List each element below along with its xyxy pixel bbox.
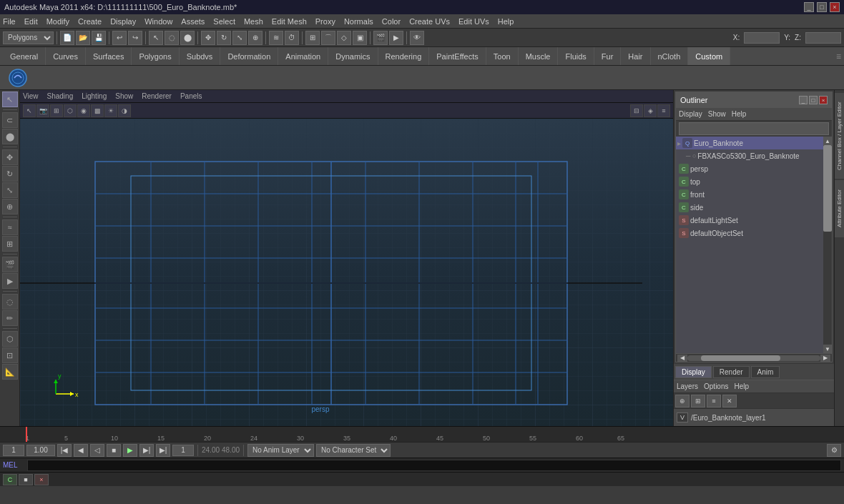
layer-menu-help[interactable]: Help: [734, 382, 749, 390]
script-btn-c[interactable]: C: [3, 474, 17, 485]
paint-select-tool-icon[interactable]: ⬤: [2, 129, 18, 144]
ipr-icon[interactable]: ▶: [389, 31, 403, 45]
mel-input[interactable]: [27, 460, 841, 471]
vt-grid-icon[interactable]: ⊞: [50, 104, 63, 117]
vt-shadow-icon[interactable]: ◑: [118, 104, 131, 117]
outliner-vscrollbar[interactable]: ▲ ▼: [823, 137, 832, 353]
shelf-tab-painteffects[interactable]: PaintEffects: [429, 47, 486, 65]
layer-delete-btn[interactable]: ✕: [722, 395, 737, 407]
menu-assets[interactable]: Assets: [181, 17, 205, 26]
input-z[interactable]: [805, 32, 841, 44]
layer-menu-options[interactable]: Options: [704, 382, 728, 390]
vt-select-icon[interactable]: ↖: [23, 104, 36, 117]
outliner-item-eurobanknote[interactable]: ▸ Q Euro_Banknote: [676, 137, 832, 149]
select-tool-icon[interactable]: ↖: [2, 92, 18, 107]
timeline-ruler[interactable]: 1 5 10 15 20 24 30 35 40 45 50 55 60 65: [20, 427, 673, 442]
menu-edit-mesh[interactable]: Edit Mesh: [272, 17, 307, 26]
outliner-maximize-btn[interactable]: □: [809, 96, 818, 104]
move-icon[interactable]: ✥: [201, 31, 215, 45]
shelf-tab-dynamics[interactable]: Dynamics: [328, 47, 378, 65]
rotate-tool-icon[interactable]: ↻: [2, 166, 18, 182]
script-btn-square[interactable]: ■: [19, 474, 33, 485]
undo-icon[interactable]: ↩: [112, 31, 127, 45]
attr-tab-anim[interactable]: Anim: [751, 366, 780, 378]
redo-icon[interactable]: ↪: [128, 31, 142, 45]
shelf-tab-toon[interactable]: Toon: [486, 47, 519, 65]
shelf-tab-subdvs[interactable]: Subdvs: [180, 47, 221, 65]
shelf-tab-deformation[interactable]: Deformation: [220, 47, 278, 65]
snap-grid-icon[interactable]: ⊞: [305, 31, 320, 45]
create-poly-icon[interactable]: ⬡: [2, 331, 18, 347]
measure-icon[interactable]: 📐: [2, 364, 18, 380]
outliner-menu-display[interactable]: Display: [679, 110, 702, 118]
soft-select-icon[interactable]: ≈: [2, 219, 18, 235]
vscroll-up-btn[interactable]: ▲: [823, 137, 832, 145]
vp-menu-lighting[interactable]: Lighting: [82, 92, 107, 100]
universal-tool-icon[interactable]: ⊕: [2, 199, 18, 214]
vt-light-icon[interactable]: ☀: [104, 104, 117, 117]
menu-display[interactable]: Display: [110, 17, 136, 26]
menu-file[interactable]: File: [3, 17, 16, 26]
vt-display-icon[interactable]: ≡: [657, 104, 670, 117]
layer-menu-layers[interactable]: Layers: [677, 382, 698, 390]
layer-row-eurobanknote[interactable]: V /Euro_Banknote_layer1: [675, 410, 833, 425]
outliner-search-input[interactable]: [679, 122, 829, 135]
ipr-render-icon[interactable]: ▶: [2, 273, 18, 289]
open-icon[interactable]: 📂: [76, 31, 90, 45]
menu-window[interactable]: Window: [144, 17, 172, 26]
shelf-tab-custom[interactable]: Custom: [688, 47, 730, 65]
attribute-editor-label[interactable]: Attribute Editor: [835, 180, 845, 237]
menu-edit[interactable]: Edit: [24, 17, 38, 26]
close-button[interactable]: ×: [830, 2, 840, 12]
menu-mesh[interactable]: Mesh: [244, 17, 263, 26]
shelf-tab-polygons[interactable]: Polygons: [132, 47, 179, 65]
render-region-icon[interactable]: 🎬: [2, 257, 18, 272]
outliner-item-fbx[interactable]: ─ ○ FBXASCo5300_Euro_Banknote: [676, 149, 832, 162]
menu-normals[interactable]: Normals: [344, 17, 373, 26]
outliner-item-lightset[interactable]: S defaultLightSet: [676, 214, 832, 227]
outliner-hscrollbar[interactable]: ◀ ▶: [676, 353, 832, 362]
lasso-icon[interactable]: ◌: [165, 31, 179, 45]
show-hide-icon[interactable]: 👁: [410, 31, 424, 45]
shelf-tab-hair[interactable]: Hair: [621, 47, 650, 65]
next-frame-btn[interactable]: ▶|: [139, 444, 154, 457]
shelf-tab-rendering[interactable]: Rendering: [378, 47, 430, 65]
shelf-tab-fur[interactable]: Fur: [594, 47, 622, 65]
hscroll-left-btn[interactable]: ◀: [677, 355, 687, 362]
select-icon[interactable]: ↖: [149, 31, 163, 45]
menu-color[interactable]: Color: [382, 17, 401, 26]
anim-layer-select[interactable]: No Anim Layer: [247, 444, 314, 457]
anim-prefs-btn[interactable]: ⚙: [827, 444, 841, 457]
mode-select[interactable]: Polygons Surfaces Animation: [3, 31, 54, 44]
outliner-close-btn[interactable]: ×: [819, 96, 828, 104]
hscroll-right-btn[interactable]: ▶: [820, 355, 830, 362]
shelf-tab-fluids[interactable]: Fluids: [558, 47, 594, 65]
vt-cam-mode-icon[interactable]: ⊟: [630, 104, 643, 117]
rotate-icon[interactable]: ↻: [217, 31, 231, 45]
attr-tab-display[interactable]: Display: [675, 366, 712, 378]
range-start-input[interactable]: [26, 445, 55, 456]
shelf-tab-general[interactable]: General: [3, 47, 46, 65]
wire-icon[interactable]: ⊡: [2, 347, 18, 363]
channel-box-label[interactable]: Channel Box / Layer Editor: [835, 93, 845, 179]
outliner-item-front[interactable]: C front: [676, 188, 832, 201]
hscroll-thumb[interactable]: [701, 355, 781, 361]
frame-current-input[interactable]: [172, 445, 194, 456]
scale-icon[interactable]: ⤡: [232, 31, 247, 45]
shelf-tab-surfaces[interactable]: Surfaces: [86, 47, 132, 65]
new-scene-icon[interactable]: 📄: [60, 31, 74, 45]
create-layer-set-btn[interactable]: ⊞: [691, 395, 705, 407]
outliner-item-top[interactable]: C top: [676, 175, 832, 188]
menu-create[interactable]: Create: [78, 17, 102, 26]
prev-frame-btn[interactable]: ◀: [74, 444, 88, 457]
outliner-menu-show[interactable]: Show: [708, 110, 726, 118]
universal-manip-icon[interactable]: ⊕: [248, 31, 262, 45]
layer-options-btn[interactable]: ≡: [707, 395, 721, 407]
create-layer-btn[interactable]: ⊕: [675, 395, 690, 407]
shelf-tab-curves[interactable]: Curves: [46, 47, 86, 65]
frame-start-input[interactable]: [3, 445, 24, 456]
vp-menu-renderer[interactable]: Renderer: [142, 92, 172, 100]
minimize-button[interactable]: _: [804, 2, 814, 12]
sculpt-icon[interactable]: ◌: [2, 294, 18, 310]
vt-texture-icon[interactable]: ▩: [91, 104, 104, 117]
